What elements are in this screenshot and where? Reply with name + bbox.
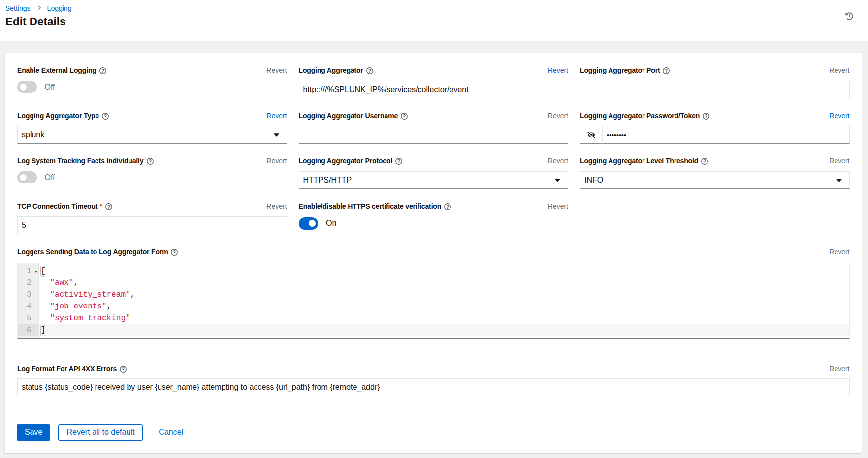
svg-text:?: ? [446,204,449,209]
svg-text:?: ? [368,68,371,73]
svg-text:?: ? [703,158,706,164]
svg-text:?: ? [665,68,668,73]
svg-text:?: ? [397,158,400,164]
svg-text:?: ? [173,249,176,255]
svg-text:?: ? [403,113,406,119]
svg-text:?: ? [104,113,107,119]
svg-text:?: ? [122,366,125,372]
svg-text:?: ? [149,158,152,164]
svg-text:?: ? [705,113,707,119]
svg-text:?: ? [107,204,110,209]
svg-text:?: ? [101,68,104,73]
